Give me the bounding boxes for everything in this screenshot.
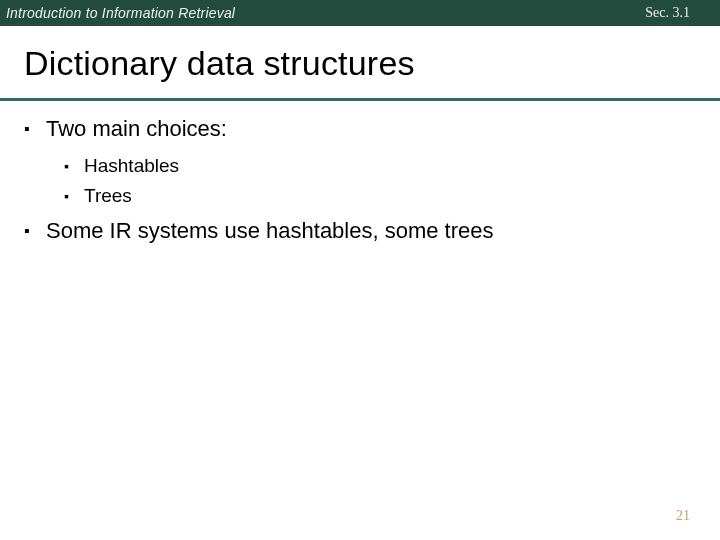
bullet-level2: ▪ Hashtables xyxy=(64,153,694,180)
content-area: ▪ Two main choices: ▪ Hashtables ▪ Trees… xyxy=(24,114,694,255)
bullet-level1: ▪ Some IR systems use hashtables, some t… xyxy=(24,216,694,247)
slide: Introduction to Information Retrieval Se… xyxy=(0,0,720,540)
bullet-text: Hashtables xyxy=(84,153,179,180)
top-bar: Introduction to Information Retrieval Se… xyxy=(0,0,720,26)
square-bullet-icon: ▪ xyxy=(64,153,84,180)
bullet-level1: ▪ Two main choices: xyxy=(24,114,694,145)
bullet-text: Some IR systems use hashtables, some tre… xyxy=(46,216,494,247)
slide-title: Dictionary data structures xyxy=(24,44,415,83)
bullet-text: Trees xyxy=(84,183,132,210)
square-bullet-icon: ▪ xyxy=(24,216,46,247)
course-title: Introduction to Information Retrieval xyxy=(0,5,235,21)
section-label: Sec. 3.1 xyxy=(645,5,720,21)
page-number: 21 xyxy=(676,508,690,524)
square-bullet-icon: ▪ xyxy=(64,183,84,210)
title-rule xyxy=(0,98,720,101)
square-bullet-icon: ▪ xyxy=(24,114,46,145)
bullet-level2: ▪ Trees xyxy=(64,183,694,210)
bullet-text: Two main choices: xyxy=(46,114,227,145)
